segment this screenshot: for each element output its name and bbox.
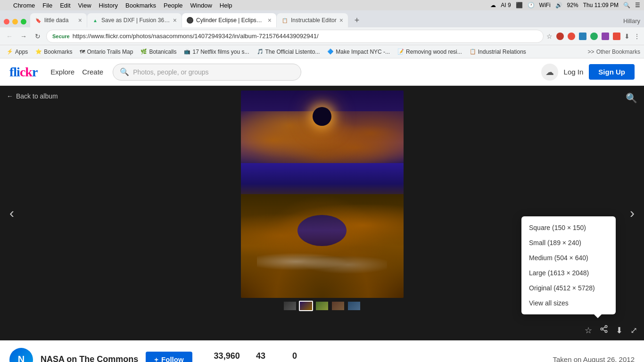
maximize-button[interactable] (21, 19, 26, 25)
thumb-img-3 (316, 302, 328, 310)
list-icon[interactable]: ☰ (635, 2, 640, 8)
people-menu[interactable]: People (164, 2, 182, 9)
flickr-logo[interactable]: flickr (9, 65, 37, 80)
traffic-lights (4, 19, 26, 27)
search-icon: 🔍 (120, 67, 129, 76)
tabs-container: 🔖 little dada × ▲ Save as DXF | Fusion 3… (30, 13, 623, 27)
tab-little-dada[interactable]: 🔖 little dada × (30, 13, 87, 27)
window-menu[interactable]: Window (190, 2, 212, 9)
photo-search-icon[interactable]: 🔍 (626, 92, 637, 104)
size-large[interactable]: Large (1613 × 2048) (521, 265, 616, 280)
tab-flickr-active[interactable]: ⚫ Cylinder Eclipse | Eclipse of th... × (182, 13, 276, 27)
bookmark-icon: ⭐ (35, 49, 42, 55)
bookmark-botanicalls[interactable]: 🌿 Botanicalls (138, 48, 179, 56)
size-dropdown: Square (150 × 150) Small (189 × 240) Med… (521, 216, 616, 314)
view-menu[interactable]: View (78, 2, 91, 9)
upload-button[interactable]: ☁ (541, 64, 558, 81)
thumbnail-4[interactable] (331, 301, 345, 311)
bookmark-label: Industrial Relations (478, 49, 526, 55)
bookmark-bookmarks[interactable]: ⭐ Bookmarks (33, 48, 75, 56)
back-arrow-icon: ← (7, 92, 13, 100)
tab-favicon: ▲ (92, 17, 99, 24)
favorite-icon[interactable]: ☆ (585, 325, 592, 336)
bookmark-apps[interactable]: ⚡ Apps (4, 48, 31, 56)
next-photo-button[interactable]: › (625, 201, 639, 225)
search-input[interactable] (133, 68, 294, 76)
listento-icon: 🎵 (257, 49, 264, 55)
svg-line-3 (603, 329, 605, 331)
size-small[interactable]: Small (189 × 240) (521, 235, 616, 250)
extension-icon-6[interactable] (613, 33, 620, 40)
refresh-button[interactable]: ↻ (32, 31, 43, 42)
extension-icon-5[interactable] (602, 33, 609, 40)
thumbnail-1[interactable] (283, 301, 297, 311)
bookmark-label: Removing wood resi... (406, 49, 462, 55)
tab-close-icon[interactable]: × (173, 17, 177, 24)
menu-dots-icon[interactable]: ⋮ (634, 33, 640, 40)
close-button[interactable] (4, 19, 9, 25)
tab-title: Save as DXF | Fusion 360 | Au... (101, 17, 170, 24)
file-menu[interactable]: File (42, 2, 52, 9)
login-button[interactable]: Log In (564, 68, 584, 76)
tab-instructable[interactable]: 📋 Instructable Editor × (277, 13, 348, 27)
explore-nav-link[interactable]: Explore (50, 68, 74, 76)
svg-point-2 (605, 330, 607, 333)
url-bar[interactable]: Secure https://www.flickr.com/photos/nas… (46, 30, 544, 43)
prev-photo-button[interactable]: ‹ (5, 201, 19, 225)
follow-button[interactable]: + Follow (146, 352, 192, 362)
fullscreen-icon[interactable]: ⤢ (630, 325, 637, 336)
size-original[interactable]: Original (4512 × 5728) (521, 280, 616, 296)
view-all-sizes[interactable]: View all sizes (521, 296, 616, 311)
help-menu[interactable]: Help (220, 2, 232, 9)
back-to-album-link[interactable]: ← Back to album (7, 92, 58, 100)
bookmark-label: The Official Listento... (265, 49, 320, 55)
edit-menu[interactable]: Edit (60, 2, 70, 9)
minimize-button[interactable] (12, 19, 18, 25)
download-icon[interactable]: ⬇ (624, 33, 630, 40)
tab-close-icon[interactable]: × (78, 17, 82, 24)
tab-title: Cylinder Eclipse | Eclipse of th... (196, 17, 265, 24)
bookmark-wood[interactable]: 📝 Removing wood resi... (395, 48, 465, 56)
new-tab-button[interactable]: + (350, 14, 363, 27)
channel-avatar: N (9, 348, 33, 362)
share-icon[interactable] (600, 325, 608, 336)
comments-stat: 0 comments (281, 351, 307, 362)
extension-icon-2[interactable] (568, 33, 575, 40)
search-icon[interactable]: 🔍 (623, 2, 630, 8)
bookmark-makeimpact[interactable]: 🔷 Make Impact NYC -... (324, 48, 393, 56)
flickr-search-bar[interactable]: 🔍 (113, 64, 301, 81)
bookmark-label: Apps (15, 49, 28, 55)
create-nav-link[interactable]: Create (82, 68, 103, 76)
thumbnail-5[interactable] (347, 301, 361, 311)
download-icon[interactable]: ⬇ (616, 325, 623, 336)
tab-close-icon[interactable]: × (268, 17, 272, 24)
chrome-menu[interactable]: Chrome (13, 2, 35, 9)
size-square[interactable]: Square (150 × 150) (521, 220, 616, 235)
stats-container: 33,960 views 43 faves 0 comments (214, 351, 308, 362)
bookmark-netflix[interactable]: 📺 17 Netflix films you s... (181, 48, 252, 56)
channel-info-bar: N NASA on The Commons + Follow 33,960 vi… (0, 340, 644, 362)
bookmarks-more-button[interactable]: >> Other Bookmarks (588, 49, 640, 55)
extension-icon-3[interactable] (579, 33, 586, 40)
bookmark-listento[interactable]: 🎵 The Official Listento... (254, 48, 323, 56)
tab-fusion360[interactable]: ▲ Save as DXF | Fusion 360 | Au... × (87, 13, 182, 27)
extension-icon-4[interactable] (590, 33, 598, 40)
channel-name: NASA on The Commons (41, 354, 138, 362)
apps-icon: ⚡ (7, 49, 13, 55)
forward-button[interactable]: → (18, 31, 29, 42)
extension-icon-1[interactable] (556, 33, 564, 40)
tab-title: Instructable Editor (291, 17, 337, 24)
botanicalls-icon: 🌿 (140, 49, 147, 55)
size-medium[interactable]: Medium (504 × 640) (521, 250, 616, 265)
main-photo[interactable] (241, 90, 404, 298)
back-button[interactable]: ← (4, 31, 15, 42)
thumbnail-3[interactable] (315, 301, 329, 311)
signup-button[interactable]: Sign Up (589, 64, 635, 80)
bookmark-industrial[interactable]: 📋 Industrial Relations (467, 48, 529, 56)
thumbnail-2[interactable] (299, 301, 313, 311)
history-menu[interactable]: History (99, 2, 118, 9)
bookmark-star-icon[interactable]: ☆ (546, 33, 553, 40)
bookmark-trails[interactable]: 🗺 Ontario Trails Map (77, 48, 136, 56)
bookmarks-menu[interactable]: Bookmarks (125, 2, 156, 9)
tab-close-icon[interactable]: × (339, 17, 343, 24)
